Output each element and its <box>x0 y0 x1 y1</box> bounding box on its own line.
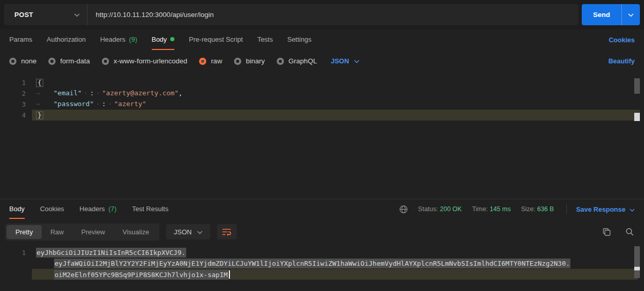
tab-settings[interactable]: Settings <box>287 29 311 50</box>
line-number: 2 <box>0 90 26 97</box>
response-tab-headers[interactable]: Headers(7) <box>80 199 117 219</box>
method-label: POST <box>14 11 33 19</box>
body-type-row: noneform-datax-www-form-urlencodedrawbin… <box>0 50 644 72</box>
token-punct: : <box>90 89 94 97</box>
tab-label: Test Results <box>132 205 169 213</box>
editor-scrollbar[interactable] <box>634 78 640 94</box>
chevron-down-icon <box>197 228 203 236</box>
body-type-x-www-form-urlencoded[interactable]: x-www-form-urlencoded <box>102 57 187 65</box>
radio-icon <box>199 58 206 65</box>
tab-label: Body <box>9 205 25 213</box>
status-value: 200 OK <box>440 206 461 213</box>
send-button-group: Send <box>582 4 640 25</box>
size-label: Size: <box>521 206 535 213</box>
cookies-link[interactable]: Cookies <box>609 29 635 50</box>
response-tab-test-results[interactable]: Test Results <box>132 199 169 219</box>
tab-label: Settings <box>287 36 311 43</box>
response-view-switch: PrettyRawPreviewVisualize <box>5 224 159 241</box>
tab-params[interactable]: Params <box>9 29 32 50</box>
view-visualize[interactable]: Visualize <box>114 225 158 239</box>
radio-icon <box>277 58 284 65</box>
response-tabs: BodyCookiesHeaders(7)Test Results <box>9 199 168 219</box>
response-actions <box>602 228 639 236</box>
token-tab: → <box>36 100 53 109</box>
tab-label: Authorization <box>47 36 86 43</box>
radio-label: binary <box>246 57 265 65</box>
view-raw[interactable]: Raw <box>42 225 73 239</box>
code-line-3[interactable]: 3→"password"·:·"azerty" <box>0 99 644 110</box>
tab-authorization[interactable]: Authorization <box>47 29 86 50</box>
response-text: eyJfaWQiOiI2MjBlY2Y2Y2FiMjEyYzA0NjE1Yjdm… <box>54 260 570 267</box>
size-value: 636 B <box>537 206 554 213</box>
token-key: "email" <box>53 89 82 97</box>
text-cursor <box>229 270 230 279</box>
response-line[interactable]: eyJfaWQiOiI2MjBlY2Y2Y2FiMjEyYzA0NjE1Yjdm… <box>0 258 644 269</box>
token-bracket: { <box>36 79 43 87</box>
tab-body[interactable]: Body <box>152 29 175 50</box>
view-preview[interactable]: Preview <box>73 225 114 239</box>
search-icon[interactable] <box>625 228 634 236</box>
tab-tests[interactable]: Tests <box>257 29 273 50</box>
radio-icon <box>102 58 109 65</box>
save-response-button[interactable]: Save Response <box>576 206 635 213</box>
tab-headers[interactable]: Headers(9) <box>100 29 137 50</box>
radio-icon <box>48 58 56 65</box>
radio-icon <box>234 58 241 65</box>
response-line[interactable]: 1eyJhbGciOiJIUzI1NiIsInR5cCI6IkpXVCJ9. <box>0 247 644 258</box>
radio-label: form-data <box>60 57 90 65</box>
code-content: →"password"·:·"azerty" <box>36 100 146 109</box>
editor-cursor-marker <box>634 113 640 121</box>
code-line-1[interactable]: 1{ <box>0 77 644 88</box>
body-type-raw[interactable]: raw <box>199 57 222 65</box>
radio-label: GraphQL <box>289 57 317 65</box>
selected-text: eyJfaWQiOiI2MjBlY2Y2Y2FiMjEyYzA0NjE1Yjdm… <box>54 259 570 268</box>
radio-label: raw <box>211 57 222 65</box>
body-type-graphql[interactable]: GraphQL <box>277 57 317 65</box>
raw-language-label: JSON <box>331 57 349 65</box>
request-tabs: ParamsAuthorizationHeaders(9)BodyPre-req… <box>0 29 644 50</box>
beautify-link[interactable]: Beautify <box>609 57 635 65</box>
body-set-dot-icon <box>170 37 174 41</box>
tab-label: Tests <box>257 36 273 43</box>
code-content: →"email"·:·"azerty@azerty.com", <box>36 89 183 98</box>
line-number: 1 <box>0 249 26 256</box>
method-select[interactable]: POST <box>4 4 87 25</box>
token-bracket: } <box>36 111 43 119</box>
radio-icon <box>9 58 16 65</box>
globe-icon <box>399 205 408 214</box>
wrap-lines-button[interactable] <box>217 224 237 239</box>
send-options-button[interactable] <box>621 4 640 25</box>
token-dim: · <box>108 100 112 108</box>
send-button[interactable]: Send <box>582 4 621 25</box>
wrap-text-icon <box>222 228 231 236</box>
copy-icon[interactable] <box>602 228 611 236</box>
raw-language-select[interactable]: JSON <box>331 57 359 65</box>
status-field: Status: 200 OK <box>418 206 462 213</box>
chevron-down-icon <box>74 11 80 19</box>
chevron-down-icon <box>354 57 360 65</box>
view-pretty[interactable]: Pretty <box>7 225 42 239</box>
token-punct: : <box>102 100 106 108</box>
code-line-4[interactable]: 4} <box>0 110 644 121</box>
code-line-2[interactable]: 2→"email"·:·"azerty@azerty.com", <box>0 88 644 99</box>
url-input[interactable]: http://10.10.11.120:3000/api/user/login <box>87 4 578 25</box>
body-type-binary[interactable]: binary <box>234 57 265 65</box>
response-scrollbar[interactable] <box>634 246 640 278</box>
response-line[interactable]: oiM2eElnf05YPc9BSq9PiP8S8KCJh7lvhjo1x-sa… <box>0 269 644 280</box>
chevron-down-icon <box>630 206 635 213</box>
tab-pre-request-script[interactable]: Pre-request Script <box>189 29 243 50</box>
body-type-form-data[interactable]: form-data <box>48 57 90 65</box>
response-body[interactable]: 1eyJhbGciOiJIUzI1NiIsInR5cCI6IkpXVCJ9.ey… <box>0 247 644 280</box>
tab-count: (7) <box>109 205 117 213</box>
tab-label: Headers <box>80 205 105 213</box>
response-tab-cookies[interactable]: Cookies <box>40 199 64 219</box>
tab-label: Pre-request Script <box>189 36 243 43</box>
token-str: "azerty" <box>114 100 147 108</box>
response-language-select[interactable]: JSON <box>166 224 210 239</box>
time-field: Time: 145 ms <box>472 206 511 213</box>
request-body-editor[interactable]: 1{2→"email"·:·"azerty@azerty.com",3→"pas… <box>0 77 644 199</box>
body-type-none[interactable]: none <box>9 57 37 65</box>
time-label: Time: <box>472 206 488 213</box>
response-tab-body[interactable]: Body <box>9 199 25 219</box>
tab-label: Params <box>9 36 32 43</box>
